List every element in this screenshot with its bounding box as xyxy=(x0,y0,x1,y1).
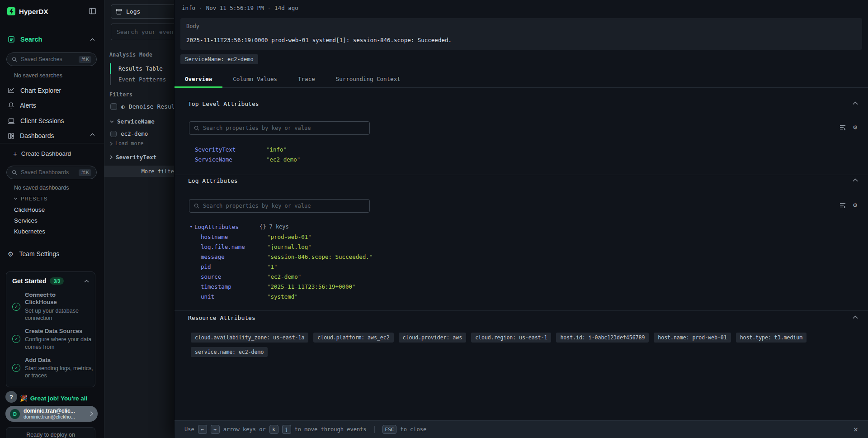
chevron-up-icon[interactable] xyxy=(84,280,89,283)
mode-event-patterns[interactable]: Event Patterns xyxy=(110,74,166,85)
tab-overview[interactable]: Overview xyxy=(175,70,222,87)
mode-results-table[interactable]: Results Table xyxy=(110,63,166,74)
collapse-section-icon[interactable] xyxy=(853,178,858,182)
tab-trace[interactable]: Trace xyxy=(288,70,326,87)
sidebar-item-alerts[interactable]: Alerts xyxy=(8,100,36,110)
filter-group-severitytext[interactable]: SeverityText xyxy=(110,154,156,161)
attribute-key[interactable]: SeverityText xyxy=(195,146,266,153)
attribute-value[interactable]: 1 xyxy=(267,263,278,270)
load-more-button[interactable]: Load more xyxy=(110,140,143,147)
search-panel: Logs Analysis Mode Results Table Event P… xyxy=(104,0,174,438)
body-content[interactable]: 2025-11-11T23:56:19+0000 prod-web-01 sys… xyxy=(186,37,856,43)
attribute-value[interactable]: info xyxy=(266,146,287,153)
deploy-note-card[interactable]: Ready to deploy on xyxy=(6,427,95,438)
saved-searches-input[interactable]: Saved Searches ⌘K xyxy=(6,52,97,66)
get-started-item-add-data[interactable]: ✓ Add Data Start sending logs, metrics, … xyxy=(12,357,89,380)
expand-caret-icon[interactable]: ▾ xyxy=(190,224,194,229)
attribute-value[interactable]: journal.log xyxy=(267,243,311,250)
tab-column-values[interactable]: Column Values xyxy=(222,70,288,87)
arrow-left-keycap: ← xyxy=(198,425,207,434)
j-keycap: j xyxy=(282,425,291,434)
attribute-key[interactable]: pid xyxy=(201,263,267,270)
attribute-key[interactable]: log.file.name xyxy=(201,243,267,250)
collapse-section-icon[interactable] xyxy=(853,101,858,105)
resource-chip[interactable]: service.name: ec2-demo xyxy=(191,347,268,357)
preset-clickhouse[interactable]: ClickHouse xyxy=(14,206,45,213)
attribute-value[interactable]: 2025-11-11T23:56:19+0000 xyxy=(267,283,356,290)
sort-lines-icon[interactable] xyxy=(839,201,846,209)
shortcut-badge: ⌘K xyxy=(79,169,91,176)
source-selector-button[interactable]: Logs xyxy=(111,5,174,19)
attribute-value[interactable]: prod-web-01 xyxy=(267,233,311,240)
sidebar-item-dashboards[interactable]: Dashboards xyxy=(8,131,54,141)
attribute-value[interactable]: ec2-demo xyxy=(267,273,301,280)
shortcut-badge: ⌘K xyxy=(79,56,91,63)
attribute-key[interactable]: timestamp xyxy=(201,283,267,290)
filter-group-servicename[interactable]: ServiceName xyxy=(110,118,155,125)
sidebar-item-team-settings[interactable]: ⚙ Team Settings xyxy=(8,249,59,259)
braces-icon: {} xyxy=(259,224,266,230)
log-attrs-search-input[interactable] xyxy=(203,203,365,209)
event-search-box xyxy=(111,24,174,40)
collapse-section-icon[interactable] xyxy=(853,315,858,319)
preset-kubernetes[interactable]: Kubernetes xyxy=(14,228,45,235)
sidebar-item-client-sessions[interactable]: Client Sessions xyxy=(8,116,64,126)
get-started-item-connect[interactable]: ✓ Connect to ClickHouse Set up your data… xyxy=(12,291,89,322)
top-level-search-box xyxy=(189,121,370,135)
ec2-demo-checkbox[interactable] xyxy=(110,131,117,137)
denoise-icon: ◐ xyxy=(121,103,125,110)
profile-card[interactable]: D dominic.tran@clic... dominic.tran@clic… xyxy=(5,406,98,422)
attribute-key[interactable]: ServiceName xyxy=(195,156,266,163)
check-circle-icon: ✓ xyxy=(12,303,20,311)
top-level-search-input[interactable] xyxy=(203,125,365,131)
tree-root-key[interactable]: LogAttributes xyxy=(194,224,259,230)
service-name-tag[interactable]: ServiceName: ec2-demo xyxy=(180,54,258,64)
attribute-value[interactable]: ec2-demo xyxy=(266,156,300,163)
sidebar-item-chart-explorer[interactable]: Chart Explorer xyxy=(8,86,61,95)
preset-services[interactable]: Services xyxy=(14,217,38,224)
attribute-key[interactable]: source xyxy=(201,273,267,280)
item-desc: Configure where your data comes from xyxy=(25,336,94,351)
get-started-header[interactable]: Get Started 3/3 xyxy=(12,277,89,285)
item-title: Connect to ClickHouse xyxy=(25,291,80,306)
sort-lines-icon[interactable] xyxy=(839,124,846,131)
close-icon[interactable]: × xyxy=(854,425,858,434)
get-started-item-sources[interactable]: ✓ Create Data Sources Configure where yo… xyxy=(12,328,89,351)
attribute-value[interactable]: session-846.scope: Succeeded. xyxy=(267,253,373,260)
attribute-key[interactable]: message xyxy=(201,253,267,260)
gear-icon[interactable]: ⚙ xyxy=(853,124,857,131)
analysis-mode-list: Results Table Event Patterns xyxy=(110,63,166,85)
denoise-checkbox[interactable] xyxy=(110,103,117,110)
attribute-key[interactable]: unit xyxy=(201,293,267,300)
gear-icon[interactable]: ⚙ xyxy=(853,201,857,209)
saved-dashboards-input[interactable]: Saved Dashboards ⌘K xyxy=(6,166,97,179)
more-filters-button[interactable]: More filters xyxy=(104,166,174,177)
resource-chip[interactable]: cloud.provider: aws xyxy=(399,333,467,343)
help-button[interactable]: ? xyxy=(5,391,17,403)
check-circle-icon: ✓ xyxy=(12,335,20,343)
attribute-key[interactable]: hostname xyxy=(201,233,267,240)
congrats-label: Great job! You're all xyxy=(30,395,88,402)
sidebar-item-search[interactable]: Search xyxy=(8,36,42,43)
resource-chip[interactable]: cloud.region: us-east-1 xyxy=(471,333,551,343)
sidebar-item-label: Alerts xyxy=(20,102,36,109)
attribute-row: SeverityText info xyxy=(195,146,300,153)
resource-chip[interactable]: cloud.platform: aws_ec2 xyxy=(313,333,393,343)
sidebar-item-label: Team Settings xyxy=(19,250,59,257)
resource-chip[interactable]: cloud.availability_zone: us-east-1a xyxy=(191,333,308,343)
resource-chip[interactable]: host.name: prod-web-01 xyxy=(654,333,731,343)
attribute-value[interactable]: systemd xyxy=(267,293,298,300)
chevron-up-icon[interactable] xyxy=(90,133,95,136)
sidebar-collapse-icon[interactable] xyxy=(89,8,96,14)
tab-surrounding-context[interactable]: Surrounding Context xyxy=(326,70,411,87)
chevron-right-icon xyxy=(110,142,113,146)
create-dashboard-button[interactable]: + Create Dashboard xyxy=(13,150,71,157)
source-selector-label: Logs xyxy=(126,8,140,15)
resource-chip[interactable]: host.type: t3.medium xyxy=(736,333,807,343)
chevron-up-icon[interactable] xyxy=(90,38,95,41)
resource-chip[interactable]: host.id: i-0abc123def456789 xyxy=(556,333,649,343)
presets-toggle[interactable]: PRESETS xyxy=(14,196,47,201)
app: HyperDX Search Saved Searches ⌘K No save… xyxy=(0,0,868,438)
filters-label: Filters xyxy=(109,91,132,98)
event-search-input[interactable] xyxy=(111,24,174,40)
